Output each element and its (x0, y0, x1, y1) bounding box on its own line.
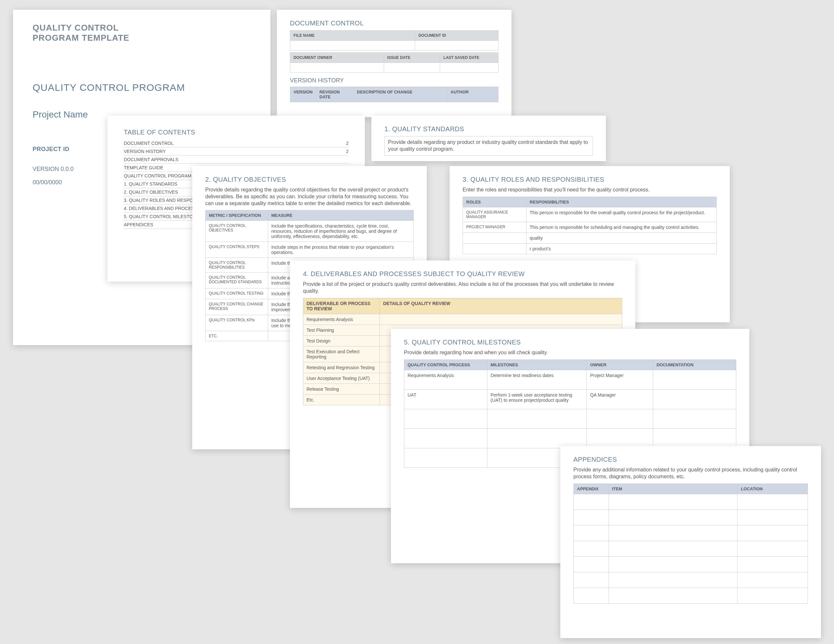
doc-control-table: FILE NAMEDOCUMENT ID (290, 30, 498, 50)
table-row (574, 525, 808, 541)
table-row: UATPerform 1-week user acceptance testin… (404, 389, 736, 409)
table-row: Requirements Analysis (303, 314, 622, 324)
table-row (404, 409, 736, 428)
roles-desc: Enter the roles and responsibilities tha… (462, 187, 717, 194)
deliverables-heading: 4. DELIVERABLES AND PROCESSES SUBJECT TO… (303, 270, 622, 278)
deliverables-desc: Provide a list of the project or product… (303, 281, 622, 295)
page-document-control: DOCUMENT CONTROL FILE NAMEDOCUMENT ID DO… (277, 10, 511, 117)
subtitle: QUALITY CONTROL PROGRAM (32, 82, 251, 93)
toc-item: DOCUMENT APPROVALS (124, 156, 349, 164)
table-row: r product's (463, 243, 717, 254)
table-row: Requirements AnalysisDetermine test read… (404, 370, 736, 389)
toc-heading: TABLE OF CONTENTS (124, 129, 349, 136)
table-row (574, 557, 808, 572)
table-row (574, 588, 808, 603)
appendices-table: APPENDIX ITEM LOCATION (574, 484, 808, 604)
toc-item: VERSION HISTORY2 (124, 147, 349, 156)
milestones-desc: Provide details regarding how and when y… (404, 349, 736, 356)
table-row (574, 510, 808, 525)
page-standards: 1. QUALITY STANDARDS Provide details reg… (372, 116, 606, 161)
page-appendices: APPENDICES Provide any additional inform… (560, 446, 821, 638)
roles-heading: 3. QUALITY ROLES AND RESPONSIBILITIES (462, 176, 717, 183)
table-row (574, 572, 808, 588)
roles-table: ROLESRESPONSIBILITIES QUALITY ASSURANCE … (462, 197, 717, 254)
table-row: QUALITY CONTROL OBJECTIVESInclude the sp… (205, 221, 414, 242)
milestones-heading: 5. QUALITY CONTROL MILESTONES (404, 339, 736, 346)
template-title: QUALITY CONTROL PROGRAM TEMPLATE (32, 23, 251, 43)
toc-item: DOCUMENT CONTROL2 (124, 139, 349, 147)
version-history-heading: VERSION HISTORY (290, 77, 498, 84)
appendices-desc: Provide any additional information relat… (574, 466, 808, 480)
standards-desc: Provide details regarding any product or… (388, 139, 589, 153)
table-row: QUALITY ASSURANCE MANAGERThis person is … (463, 207, 717, 222)
objectives-heading: 2. QUALITY OBJECTIVES (205, 176, 414, 183)
table-row (574, 494, 808, 510)
table-row (574, 541, 808, 557)
table-row: QUALITY CONTROL STEPSInclude steps in th… (205, 242, 414, 258)
appendices-heading: APPENDICES (574, 456, 808, 463)
doc-control-heading: DOCUMENT CONTROL (290, 19, 498, 27)
table-row: PROJECT MANAGERThis person is responsibl… (463, 222, 717, 232)
table-row (404, 428, 736, 448)
standards-heading: 1. QUALITY STANDARDS (385, 125, 593, 133)
table-row: quality (463, 232, 717, 243)
objectives-desc: Provide details regarding the quality co… (205, 187, 414, 207)
